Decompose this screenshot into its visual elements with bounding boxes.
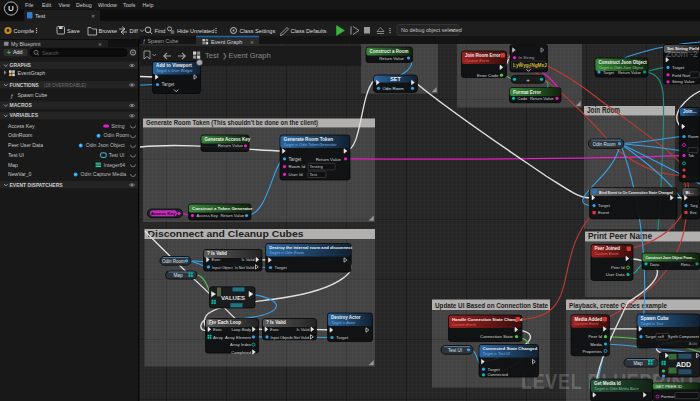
svg-text:Map: Map: [8, 162, 18, 168]
svg-text:✕: ✕: [250, 40, 254, 45]
svg-text:Target is Odin Token Generator: Target is Odin Token Generator: [284, 143, 338, 147]
svg-text:Return Value: Return Value: [530, 96, 554, 101]
svg-text:? Is Valid: ? Is Valid: [266, 320, 286, 325]
svg-text:Room: Room: [688, 134, 698, 139]
svg-text:Return Value: Return Value: [379, 56, 404, 61]
svg-text:Custom Event: Custom Event: [465, 59, 490, 63]
svg-text:Spawn Cube: Spawn Cube: [641, 316, 670, 321]
svg-text:EventGraph: EventGraph: [18, 70, 46, 76]
svg-text:Odin Json Object: Odin Json Object: [86, 142, 126, 148]
svg-text:ĿyŴyg⨍NgMxJ: ĿyŴyg⨍NgMxJ: [513, 62, 547, 69]
svg-text:Event: Event: [598, 210, 610, 215]
svg-text:Odin Room: Odin Room: [593, 142, 616, 147]
svg-text:Input Object: Input Object: [271, 336, 292, 340]
svg-text:Custom Event: Custom Event: [452, 323, 477, 327]
svg-text:Media: Media: [590, 342, 602, 347]
svg-text:? Is Valid: ? Is Valid: [207, 251, 227, 256]
svg-text:Save: Save: [67, 28, 80, 34]
svg-text:Playback, create Cubes example: Playback, create Cubes example: [569, 301, 667, 310]
svg-text:✕: ✕: [91, 13, 95, 19]
svg-text:Target is Odin Media Base: Target is Odin Media Base: [594, 387, 639, 391]
svg-text:Diff: Diff: [130, 28, 139, 34]
svg-text:Get Media Id: Get Media Id: [594, 381, 621, 386]
svg-text:MACROS: MACROS: [10, 102, 33, 108]
svg-text:Generate Room Token: Generate Room Token: [284, 137, 334, 142]
svg-text:Test UI: Test UI: [448, 348, 462, 353]
svg-text:ƒ: ƒ: [143, 38, 146, 44]
svg-text:Data: Data: [650, 262, 660, 267]
svg-text:Target: Target: [162, 82, 175, 87]
svg-text:GRAPHS: GRAPHS: [10, 62, 32, 68]
svg-text:Tok: Tok: [688, 153, 694, 158]
svg-text:Odin Room: Odin Room: [104, 132, 130, 138]
svg-text:Room Id: Room Id: [289, 164, 306, 169]
svg-text:In String: In String: [519, 55, 536, 60]
svg-text:Target: Target: [672, 65, 685, 70]
svg-text:Odin Capture Media: Odin Capture Media: [81, 171, 127, 177]
svg-text:Debug: Debug: [76, 2, 92, 8]
svg-text:Format Error: Format Error: [513, 90, 541, 95]
svg-text:No debug object selected: No debug object selected: [401, 27, 462, 33]
svg-text:Eve: Eve: [690, 210, 697, 215]
svg-text:Tools: Tools: [123, 2, 136, 8]
svg-text:Handle Connection State Change: Handle Connection State Changed: [452, 317, 523, 322]
svg-text:Map: Map: [633, 361, 643, 366]
svg-text:Test: Test: [205, 51, 220, 60]
svg-text:Edit: Edit: [42, 2, 52, 8]
svg-text:Target: Target: [645, 334, 657, 339]
svg-text:Zoom -2: Zoom -2: [666, 49, 698, 59]
svg-text:Is Valid: Is Valid: [241, 257, 255, 262]
svg-text:SET: SET: [390, 76, 401, 82]
svg-text:Class Defaults: Class Defaults: [291, 28, 327, 34]
svg-text:Retu…: Retu…: [681, 262, 694, 267]
svg-text:Synth Component: Synth Component: [668, 334, 700, 339]
svg-text:Print Peer Name: Print Peer Name: [588, 232, 652, 241]
svg-text:Access Key: Access Key: [151, 211, 176, 216]
svg-text:Add: Add: [13, 49, 23, 55]
svg-text:Access Key: Access Key: [197, 213, 219, 218]
svg-text:Auto: Auto: [689, 341, 698, 346]
svg-text:VALUES: VALUES: [221, 295, 245, 301]
svg-text:Bi…: Bi…: [686, 190, 694, 195]
svg-text:Odin Room: Odin Room: [162, 259, 185, 264]
svg-text:VARIABLES: VARIABLES: [10, 112, 39, 118]
svg-text:Search: Search: [42, 50, 59, 56]
svg-text:Connection State: Connection State: [480, 334, 514, 339]
svg-text:Join…: Join…: [683, 109, 697, 114]
svg-text:Testing: Testing: [310, 164, 324, 169]
svg-text:Generate Room Token (This shou: Generate Room Token (This shouldn't be d…: [146, 118, 318, 127]
svg-text:For Each Loop: For Each Loop: [209, 320, 241, 325]
svg-text:Targ: Targ: [690, 203, 698, 208]
svg-text:File: File: [25, 2, 34, 8]
svg-text:Window: Window: [98, 2, 117, 8]
svg-text:NewVar_0: NewVar_0: [8, 171, 32, 177]
svg-text:Target: Target: [488, 367, 501, 372]
svg-text:Bind Event to On Connection St: Bind Event to On Connection State Change…: [599, 190, 673, 195]
svg-text:Format: Format: [661, 394, 675, 399]
svg-text:Generate Access Key: Generate Access Key: [205, 137, 251, 142]
svg-text:Properties: Properties: [582, 349, 602, 354]
svg-text:Code: Code: [518, 96, 529, 101]
svg-text:EVENT DISPATCHERS: EVENT DISPATCHERS: [10, 182, 64, 188]
svg-text:Return Value: Return Value: [618, 70, 642, 75]
svg-text:U: U: [8, 4, 14, 13]
svg-text:Target: Target: [289, 157, 302, 162]
svg-text:Test: Test: [35, 13, 46, 19]
svg-text:❯: ❯: [222, 52, 227, 60]
svg-text:Destroy the internal room and: Destroy the internal room and disconnect: [269, 245, 352, 250]
svg-text:Spawn Cube: Spawn Cube: [18, 92, 48, 98]
svg-text:Test UI: Test UI: [109, 152, 125, 158]
svg-text:Media Added: Media Added: [575, 317, 603, 322]
svg-text:+: +: [7, 49, 11, 56]
svg-text:Construct Json Object: Construct Json Object: [599, 60, 648, 65]
svg-text:Loop Body: Loop Body: [231, 327, 252, 332]
svg-text:Hide Unrelated: Hide Unrelated: [177, 28, 214, 34]
svg-text:Class Settings: Class Settings: [240, 28, 276, 34]
svg-text:String Value: String Value: [672, 79, 695, 84]
svg-text:Join Room Error: Join Room Error: [465, 53, 501, 58]
svg-text:Event Graph: Event Graph: [229, 51, 271, 60]
svg-text:Destroy Actor: Destroy Actor: [331, 315, 361, 320]
svg-text:self: self: [658, 334, 665, 339]
svg-text:Input Object: Input Object: [212, 266, 233, 270]
svg-text:Find: Find: [155, 28, 166, 34]
